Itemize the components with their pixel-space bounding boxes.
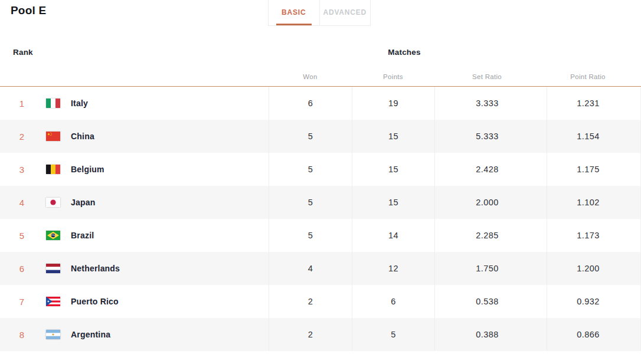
point-ratio-value: 0.866	[547, 318, 641, 351]
team-name: Brazil	[71, 231, 94, 240]
points-value: 5	[352, 318, 434, 351]
table-row: 8 Argentina 2 5 0.388 0.866	[0, 318, 640, 351]
table-row: 6 Netherlands 4 12 1.750 1.200	[0, 252, 640, 285]
set-ratio-value: 2.428	[434, 153, 547, 186]
points-value: 15	[352, 120, 434, 153]
team-name: Argentina	[71, 330, 110, 339]
belgium-flag-icon	[46, 165, 60, 174]
set-ratio-value: 5.333	[434, 120, 547, 153]
team-name: Netherlands	[71, 264, 120, 273]
won-value: 2	[269, 318, 352, 351]
set-ratio-value: 2.285	[434, 219, 547, 252]
table-row: 3 Belgium 5 15 2.428 1.175	[0, 153, 640, 186]
rank-value: 8	[13, 330, 31, 340]
won-value: 5	[269, 219, 352, 252]
view-tabs: BASIC ADVANCED	[268, 0, 371, 26]
point-ratio-value: 1.175	[547, 153, 641, 186]
tab-advanced[interactable]: ADVANCED	[319, 0, 371, 25]
points-value: 15	[352, 153, 434, 186]
team-name: Belgium	[71, 165, 104, 174]
point-ratio-value: 1.231	[547, 87, 641, 120]
point-ratio-value: 1.200	[547, 252, 641, 285]
table-row: 1 Italy 6 19 3.333 1.231	[0, 87, 640, 120]
table-row: 5 Brazil 5 14 2.285 1.173	[0, 219, 640, 252]
points-value: 14	[352, 219, 434, 252]
japan-flag-icon	[46, 198, 60, 207]
points-value: 15	[352, 186, 434, 219]
team-cell: 6 Netherlands	[0, 252, 269, 285]
table-row: 4 Japan 5 15 2.000 1.102	[0, 186, 640, 219]
team-cell: 3 Belgium	[0, 153, 269, 186]
set-ratio-value: 3.333	[434, 87, 547, 120]
rank-value: 3	[13, 165, 31, 175]
point-ratio-value: 1.173	[547, 219, 641, 252]
team-cell: 7 Puerto Rico	[0, 285, 269, 318]
point-ratio-value: 0.932	[547, 285, 641, 318]
won-value: 6	[269, 87, 352, 120]
netherlands-flag-icon	[46, 264, 60, 273]
table-header: Rank Matches Won Points Set Ratio Point …	[0, 39, 641, 87]
rank-value: 5	[13, 231, 31, 241]
rank-value: 4	[13, 198, 31, 208]
argentina-flag-icon	[46, 330, 60, 339]
brazil-flag-icon	[46, 231, 60, 240]
table-row: 2 China 5 15 5.333 1.154	[0, 120, 640, 153]
set-ratio-value: 0.388	[434, 318, 547, 351]
points-value: 19	[352, 87, 434, 120]
team-cell: 4 Japan	[0, 186, 269, 219]
point-ratio-value: 1.154	[547, 120, 641, 153]
points-value: 12	[352, 252, 434, 285]
set-ratio-value: 2.000	[434, 186, 547, 219]
tab-basic[interactable]: BASIC	[269, 0, 319, 25]
china-flag-icon	[46, 132, 60, 141]
team-name: Italy	[71, 99, 88, 108]
matches-group-header: Matches	[269, 48, 540, 57]
table-row: 7 Puerto Rico 2 6 0.538 0.932	[0, 285, 640, 318]
team-cell: 1 Italy	[0, 87, 269, 120]
rank-value: 2	[13, 132, 31, 142]
standings-table-body: 1 Italy 6 19 3.333 1.231 2 China 5 15 5.…	[0, 87, 641, 351]
point-ratio-value: 1.102	[547, 186, 641, 219]
team-name: Japan	[71, 198, 95, 207]
header-bar: Pool E BASIC ADVANCED	[0, 0, 641, 39]
puerto-rico-flag-icon	[46, 297, 60, 306]
team-cell: 8 Argentina	[0, 318, 269, 351]
won-value: 5	[269, 153, 352, 186]
team-cell: 2 China	[0, 120, 269, 153]
spacer	[0, 73, 269, 80]
page-title: Pool E	[11, 4, 46, 17]
set-ratio-value: 1.750	[434, 252, 547, 285]
point-ratio-column-header: Point Ratio	[547, 73, 641, 80]
rank-value: 6	[13, 264, 31, 274]
rank-value: 1	[13, 99, 31, 109]
won-value: 2	[269, 285, 352, 318]
rank-column-header: Rank	[13, 48, 33, 57]
team-name: Puerto Rico	[71, 297, 119, 306]
team-cell: 5 Brazil	[0, 219, 269, 252]
rank-value: 7	[13, 297, 31, 307]
italy-flag-icon	[46, 99, 60, 108]
team-name: China	[71, 132, 94, 141]
won-value: 5	[269, 120, 352, 153]
subheader-row: Won Points Set Ratio Point Ratio	[0, 73, 641, 80]
won-value: 4	[269, 252, 352, 285]
points-column-header: Points	[352, 73, 434, 80]
won-value: 5	[269, 186, 352, 219]
set-ratio-value: 0.538	[434, 285, 547, 318]
set-ratio-column-header: Set Ratio	[434, 73, 547, 80]
won-column-header: Won	[269, 73, 352, 80]
points-value: 6	[352, 285, 434, 318]
